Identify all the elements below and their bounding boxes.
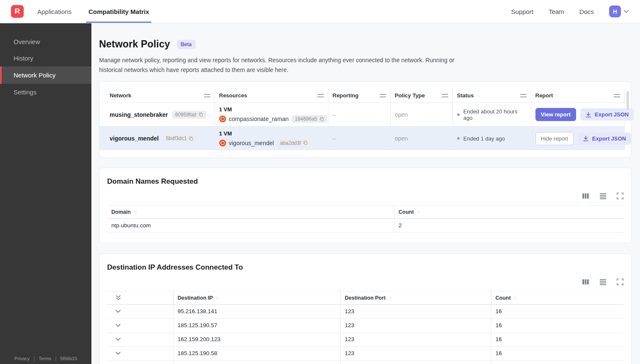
tab-compatibility-matrix[interactable]: Compatibility Matrix [88,0,149,23]
column-header-domain[interactable]: Domain↑↓ [107,205,394,218]
page-title: Network Policy [99,39,170,50]
sidebar-item-overview[interactable]: Overview [0,33,91,50]
copy-icon[interactable] [199,112,203,117]
view-report-button[interactable]: View report [535,108,577,121]
column-label: Reporting [333,92,359,99]
column-label: Network [110,92,131,99]
terms-link[interactable]: Terms [39,356,51,361]
avatar[interactable]: H [609,6,621,17]
destination-port-cell: 123 [340,304,491,318]
privacy-link[interactable]: Privacy [14,356,30,361]
destination-row[interactable]: 185.125.190.57 123 16 [107,318,623,332]
networks-table: Network Resources Reporting Policy Type … [99,88,625,150]
sidebar-footer: Privacy | Terms | 5f56b15 [0,356,91,361]
destination-row[interactable]: 95.216.100.21 123 16 [107,360,623,364]
column-menu-icon[interactable] [442,94,448,97]
table-scrollbar-thumb[interactable] [626,91,629,110]
double-chevron-down-icon[interactable] [116,295,169,301]
copy-icon[interactable] [320,117,324,121]
status-text: Ended about 20 hours ago [463,108,527,121]
network-hash-badge[interactable]: 5bdf3dc1 [163,135,196,142]
status-dot [457,113,460,116]
status-cell: Ended about 20 hours ago [452,103,531,127]
hide-report-button[interactable]: Hide report [535,132,574,145]
app-logo[interactable]: R [11,5,24,18]
row-expander[interactable] [107,318,173,332]
destination-row[interactable]: 162.159.200.123 123 16 [107,332,623,346]
sidebar-item-history[interactable]: History [0,50,91,66]
export-json-button[interactable]: Export JSON [578,132,631,145]
export-json-button[interactable]: Export JSON [580,108,634,121]
destination-row[interactable]: 95.216.138.141 123 16 [107,304,623,318]
network-hash-badge[interactable]: 60959fad [172,111,206,119]
resources-cell: 1 VM vigorous_mendel aba2dd3f [215,127,328,150]
destination-row[interactable]: 185.125.190.58 123 16 [107,346,623,360]
columns-icon[interactable] [582,279,589,285]
column-header-reporting[interactable]: Reporting [328,88,390,103]
column-header-status[interactable]: Status↑↓ [452,88,531,103]
sort-icon[interactable]: ↑↓ [555,93,559,98]
link-team[interactable]: Team [549,8,564,15]
destination-port-cell: 123 [340,360,491,364]
column-header-network[interactable]: Network [99,88,215,103]
column-header-destination-port[interactable]: Destination Port↑↓ [340,291,491,304]
count-cell: 16 [491,360,623,364]
destination-ip-cell: 95.216.138.141 [173,304,340,318]
column-menu-icon[interactable] [380,94,386,97]
fullscreen-icon[interactable] [617,193,623,199]
main-content: Network Policy Beta Manage network polic… [91,23,640,364]
column-menu-icon[interactable] [614,94,620,97]
column-menu-icon[interactable] [317,94,324,97]
resource-hash-badge[interactable]: 184696a5 [292,115,327,123]
column-label: Status [457,92,474,99]
network-row-vigorous-mendel[interactable]: vigorous_mendel 5bdf3dc1 1 VM vigorous_m… [99,127,625,150]
card-title: Destination IP Addresses Connected To [107,263,623,272]
sort-icon[interactable]: ↑↓ [133,210,137,214]
resource-hash-badge[interactable]: aba2dd3f [277,139,311,147]
column-header-count[interactable]: Count↑↓ [394,205,623,218]
beta-badge: Beta [177,40,196,49]
sort-icon[interactable]: ↑↓ [417,210,420,214]
tab-applications[interactable]: Applications [37,0,72,23]
column-menu-icon[interactable] [204,94,210,97]
sort-icon[interactable]: ↑↓ [388,295,392,300]
sort-icon[interactable]: ↑↓ [476,93,480,98]
row-expander[interactable] [107,332,173,346]
link-support[interactable]: Support [511,8,534,15]
column-header-count[interactable]: Count↑↓ [491,291,623,304]
domains-table: Domain↑↓ Count↑↓ ntp.ubuntu.com 2 [107,205,623,233]
column-header-resources[interactable]: Resources [215,88,328,103]
column-menu-icon[interactable] [520,94,527,97]
row-expander[interactable] [107,304,173,318]
copy-icon[interactable] [303,141,308,145]
status-cell: Ended 1 day ago [452,127,531,150]
row-expander[interactable] [107,360,173,364]
column-header-destination-ip[interactable]: Destination IP↑↓ [173,291,340,304]
network-cell: musing_stonebraker 60959fad [99,103,215,127]
expand-all-header[interactable] [107,291,173,304]
domain-row[interactable]: ntp.ubuntu.com 2 [107,218,623,232]
destinations-table: Destination IP↑↓ Destination Port↑↓ Coun… [107,291,623,364]
sort-icon[interactable]: ↑↓ [215,295,219,300]
rows-icon[interactable] [599,193,607,199]
page-header: Network Policy Beta [99,39,632,50]
column-header-report[interactable]: Report↑↓ [531,88,625,103]
column-header-policy-type[interactable]: Policy Type [390,88,452,103]
row-expander[interactable] [107,346,173,360]
sidebar-item-settings[interactable]: Settings [0,84,91,100]
network-row-musing-stonebraker[interactable]: musing_stonebraker 60959fad 1 VM compass… [99,103,625,127]
link-docs[interactable]: Docs [579,8,594,15]
rows-icon[interactable] [599,279,607,285]
network-cell: vigorous_mendel 5bdf3dc1 [99,127,215,150]
top-navigation: R Applications Compatibility Matrix Supp… [0,0,640,23]
sort-icon[interactable]: ↑↓ [513,295,517,300]
policy-type-value: open [395,135,408,142]
policy-type-cell: open [390,103,452,127]
account-menu[interactable]: H [609,6,629,17]
vm-count: 1 VM [219,106,324,113]
primary-tabs: Applications Compatibility Matrix [37,0,149,23]
copy-icon[interactable] [189,136,193,141]
sidebar-item-network-policy[interactable]: Network Policy [0,66,91,84]
fullscreen-icon[interactable] [617,279,623,285]
columns-icon[interactable] [582,193,589,199]
